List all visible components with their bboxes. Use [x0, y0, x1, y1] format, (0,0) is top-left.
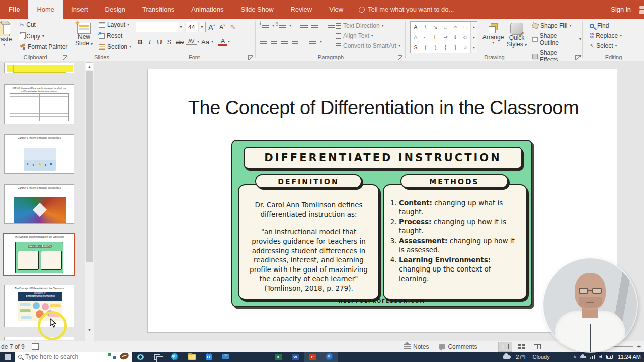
bullets-dropdown[interactable]: ▾ [272, 24, 274, 28]
slide-title[interactable]: The Concept of Differentiation in the Cl… [167, 97, 600, 119]
tab-transitions[interactable]: Transitions [134, 0, 183, 19]
columns-dropdown[interactable]: ▾ [320, 40, 322, 44]
excel-button[interactable]: X [270, 352, 287, 362]
thumb-scroll-down-button[interactable]: ▼ [86, 326, 93, 334]
change-case-button[interactable]: Aa [200, 38, 211, 46]
recorder-app-button[interactable] [321, 352, 338, 362]
volume-icon[interactable] [599, 355, 602, 359]
thumb-scroll-thumb[interactable] [86, 71, 93, 262]
bullets-button[interactable] [262, 23, 269, 28]
section-button[interactable]: Section ▾ [97, 43, 133, 51]
shapes-gallery-more[interactable]: ▼ [471, 42, 477, 53]
tab-home[interactable]: Home [28, 0, 63, 19]
decrease-indent-button[interactable] [300, 23, 308, 28]
network-icon[interactable] [590, 355, 595, 359]
subscript-abc-button[interactable]: abc [174, 39, 185, 45]
cortana-button[interactable] [132, 352, 149, 362]
shape-outline-button[interactable]: Shape Outline ▾ [531, 32, 583, 47]
layout-button[interactable]: Layout ▾ [97, 21, 131, 29]
character-spacing-dropdown[interactable]: ▾ [197, 40, 199, 44]
shape-elbow-icon[interactable]: ⌐ [421, 32, 431, 43]
touch-keyboard-icon[interactable] [606, 355, 613, 359]
quick-styles-button[interactable]: Quick Styles ▾ [506, 20, 528, 53]
shape-fill-button[interactable]: Shape Fill ▾ [531, 22, 583, 30]
thumb-scroll-up-button[interactable]: ▲ [86, 62, 93, 70]
search-input[interactable] [25, 353, 96, 360]
replace-button[interactable]: abac Replace ▾ [588, 32, 623, 40]
shape-line-icon[interactable]: \ [421, 22, 431, 32]
text-direction-button[interactable]: Text Direction ▾ [335, 22, 402, 30]
shape-arrow-icon[interactable]: ↘ [431, 22, 441, 32]
new-slide-button[interactable]: New Slide ▾ [73, 20, 95, 53]
onedrive-icon[interactable] [580, 356, 586, 358]
store-button[interactable] [200, 352, 217, 362]
mail-button[interactable] [217, 352, 234, 362]
increase-indent-button[interactable] [311, 23, 318, 28]
numbering-button[interactable] [279, 23, 286, 28]
select-button[interactable]: ↖ Select ▾ [588, 42, 623, 50]
comments-toggle-button[interactable]: Comments [435, 342, 481, 351]
shrink-font-button[interactable]: A˅ [218, 24, 227, 31]
font-name-dropdown[interactable]: ▾ [178, 22, 184, 32]
font-name-combo[interactable]: ▾ [136, 22, 184, 32]
shape-rounded-rect-icon[interactable]: ◻ [460, 22, 470, 32]
powerpoint-button[interactable]: P [304, 352, 321, 362]
tab-file[interactable]: File [0, 0, 28, 19]
weather-condition[interactable]: Cloudy [532, 354, 549, 360]
tell-me-box[interactable]: Tell me what you want to do... [352, 0, 461, 19]
arrange-button[interactable]: Arrange ▾ [481, 20, 505, 53]
thumbnail-slide-gardner-photo[interactable]: Gardner's Theory of Multiple Intelligenc… [4, 134, 74, 174]
word-button[interactable]: W [287, 352, 304, 362]
convert-smartart-button[interactable]: Convert to SmartArt ▾ [335, 42, 402, 50]
differentiated-instruction-card[interactable]: DIFFERENTIATED INSTRUCTION DEFINITION ME… [231, 140, 532, 307]
grow-font-button[interactable]: A˄ [207, 23, 216, 31]
shape-rectangle-icon[interactable]: □ [441, 22, 451, 32]
shapes-scroll-up[interactable]: ▲ [471, 22, 477, 32]
shape-diamond-icon[interactable]: ◇ [460, 32, 470, 43]
taskbar-search-box[interactable] [15, 352, 132, 362]
clipboard-dialog-launcher[interactable] [63, 55, 67, 60]
sign-in-link[interactable]: Sign in [611, 6, 639, 13]
share-person-icon[interactable] [639, 6, 644, 14]
zoom-slider[interactable] [611, 346, 633, 347]
align-right-button[interactable] [281, 39, 288, 44]
slide-sorter-view-button[interactable] [514, 342, 528, 352]
clock[interactable]: 11:24 AM [618, 354, 641, 360]
tab-view[interactable]: View [320, 0, 352, 19]
shape-scribble-icon[interactable]: S [411, 42, 421, 53]
shape-left-brace-icon[interactable]: { [441, 42, 451, 53]
bold-button[interactable]: B [136, 38, 145, 46]
thumbnail-slide-intasc[interactable]: INTASC Standards(These are the standards… [4, 84, 74, 124]
font-dialog-launcher[interactable] [248, 55, 253, 60]
reading-view-button[interactable] [530, 342, 544, 352]
font-name-input[interactable] [136, 22, 178, 32]
shape-right-brace-icon[interactable]: } [450, 42, 460, 53]
weather-temperature[interactable]: 27°F [516, 354, 527, 360]
tab-review[interactable]: Review [282, 0, 321, 19]
font-color-dropdown[interactable]: ▾ [228, 40, 230, 44]
underline-button[interactable]: U [155, 38, 164, 46]
cut-button[interactable]: ✂ Cut [18, 21, 37, 29]
format-painter-button[interactable]: Format Painter [18, 43, 69, 51]
tab-animations[interactable]: Animations [183, 0, 232, 19]
normal-view-button[interactable] [498, 342, 512, 352]
shape-elbow2-icon[interactable]: Γ [431, 32, 441, 43]
font-color-button[interactable]: A [218, 38, 227, 46]
character-spacing-button[interactable]: AV [186, 39, 197, 45]
tab-slideshow[interactable]: Slide Show [232, 0, 282, 19]
shapes-scroll-down[interactable]: ▼ [471, 32, 477, 43]
numbering-dropdown[interactable]: ▾ [289, 24, 291, 28]
shape-star-icon[interactable]: ☆ [460, 42, 470, 53]
copy-button[interactable]: Copy ▾ [18, 32, 46, 41]
tray-expand-icon[interactable]: ∧ [573, 354, 577, 359]
zoom-in-button[interactable]: + [637, 343, 641, 350]
shapes-gallery[interactable]: A \ ↘ □ ○ ◻ △ ⌐ Γ ⇒ ⇓ ◇ S ( ) { } ☆ ▲ [410, 21, 477, 53]
notes-toggle-button[interactable]: Notes [400, 342, 433, 351]
line-spacing-button[interactable] [328, 23, 335, 28]
drawing-dialog-launcher[interactable] [575, 55, 580, 60]
font-size-dropdown[interactable]: ▾ [198, 22, 205, 32]
align-center-button[interactable] [271, 39, 277, 44]
align-text-button[interactable]: Align Text ▾ [335, 32, 402, 40]
task-view-button[interactable] [149, 352, 166, 362]
italic-button[interactable]: I [145, 38, 154, 46]
